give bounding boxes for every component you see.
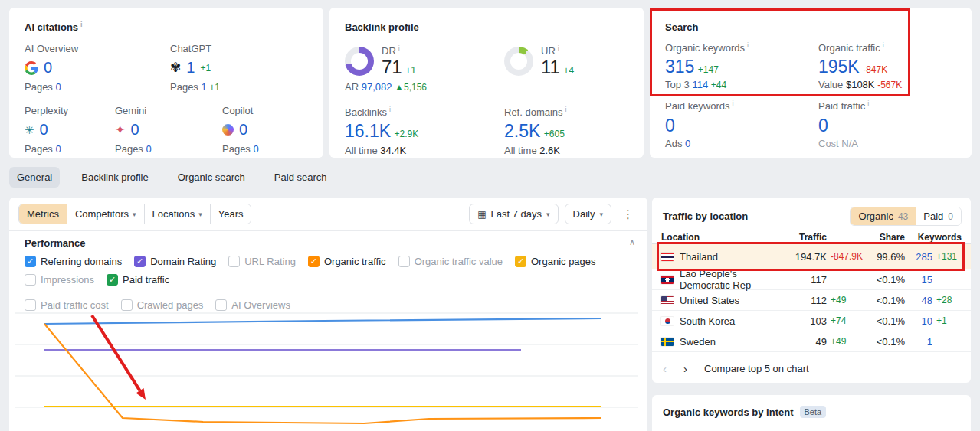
ur-column: URi 11 +4 Ref. domainsi 2.5K +605 All ti… <box>504 41 628 156</box>
table-row-united-states[interactable]: United States 112 +49 <0.1% 48 +28 <box>652 290 971 311</box>
ur-donut <box>504 47 533 76</box>
openai-icon: ✾ <box>170 61 181 74</box>
collapse-chevron-icon[interactable]: ∧ <box>629 237 635 247</box>
checkbox-icon: ✓ <box>515 256 526 267</box>
checkbox-impressions[interactable]: Impressions <box>25 274 94 286</box>
paid-keywords-value-link[interactable]: 0 <box>665 116 675 136</box>
granularity-dropdown[interactable]: Daily▾ <box>565 204 611 224</box>
checkbox-icon <box>228 256 240 267</box>
checkbox-paid-traffic[interactable]: ✓Paid traffic <box>107 274 169 286</box>
dr-column: DRi 71 +1 AR 97,082 ▲5,156 Backlinksi 16… <box>345 41 504 156</box>
years-button[interactable]: Years <box>210 204 251 224</box>
tab-backlink-profile[interactable]: Backlink profile <box>74 167 156 188</box>
ads-link[interactable]: 0 <box>685 138 690 149</box>
info-icon[interactable]: i <box>558 44 559 52</box>
info-icon[interactable]: i <box>747 41 749 49</box>
south-korea-flag-icon <box>661 317 674 325</box>
organic-traffic-metric: Organic traffici 195K -847K Value $108K … <box>818 41 956 149</box>
next-page-chevron-icon[interactable]: › <box>683 362 687 375</box>
toggle-paid[interactable]: Paid0 <box>916 207 961 225</box>
info-icon[interactable]: i <box>867 100 869 107</box>
checkbox-organic-traffic-value[interactable]: Organic traffic value <box>398 256 503 267</box>
paid-traffic-value-link[interactable]: 0 <box>818 116 828 136</box>
organic-keywords-metric: Organic keywordsi 315 +147 Top 3 114 +44… <box>665 41 818 149</box>
chevron-down-icon: ▾ <box>546 211 550 218</box>
keywords-link[interactable]: 10 <box>905 315 932 327</box>
sweden-flag-icon <box>661 338 674 346</box>
info-icon[interactable]: i <box>733 100 734 107</box>
traffic-by-location-title: Traffic by location <box>663 211 748 222</box>
calendar-icon: ▦ <box>477 210 486 219</box>
checkbox-organic-pages[interactable]: ✓Organic pages <box>515 256 596 267</box>
info-icon[interactable]: i <box>398 44 400 52</box>
organic-traffic-value-link[interactable]: 195K <box>818 57 860 77</box>
kebab-menu-icon[interactable]: ⋮ <box>618 207 638 221</box>
dr-value: 71 <box>382 57 402 77</box>
ai-overview-value: 0 <box>44 59 52 77</box>
keywords-link[interactable]: 15 <box>905 274 932 286</box>
ai-citations-title: AI citationsi <box>25 21 83 33</box>
tab-organic-search[interactable]: Organic search <box>170 167 253 188</box>
info-icon[interactable]: i <box>565 106 567 113</box>
beta-badge: Beta <box>800 406 827 418</box>
keywords-link[interactable]: 48 <box>905 295 932 306</box>
dr-donut <box>345 47 374 76</box>
backlink-profile-panel: Backlink profile DRi 71 +1 AR 97,082 ▲5,… <box>329 8 644 158</box>
checkbox-domain-rating[interactable]: ✓Domain Rating <box>134 256 216 267</box>
gemini-value: 0 <box>130 121 139 139</box>
pages-count-link[interactable]: 0 <box>56 143 61 155</box>
organic-keywords-value-link[interactable]: 315 <box>665 57 694 77</box>
ar-value-link[interactable]: 97,082 <box>362 81 392 93</box>
chatgpt-value: 1 <box>186 59 195 77</box>
chevron-down-icon: ▾ <box>198 211 202 218</box>
competitors-dropdown[interactable]: Competitors▾ <box>67 204 144 224</box>
pages-count-link[interactable]: 0 <box>254 143 259 155</box>
pages-count-link[interactable]: 0 <box>56 81 61 93</box>
keywords-link[interactable]: 1 <box>905 336 932 348</box>
ref-domains-metric: Ref. domainsi 2.5K +605 All time 2.6K <box>504 106 628 156</box>
table-row-south-korea[interactable]: South Korea 103 +74 <0.1% 10 +1 <box>652 311 971 331</box>
performance-chart[interactable] <box>9 295 647 431</box>
pages-count-link[interactable]: 1 <box>202 81 207 93</box>
location-table: Location Traffic Share Keywords Thailand… <box>652 231 971 352</box>
table-row-laos[interactable]: Lao People's Democratic Rep 117 <0.1% 15 <box>652 269 971 290</box>
checkbox-referring-domains[interactable]: ✓Referring domains <box>25 256 122 267</box>
copilot-icon <box>222 124 234 136</box>
info-icon[interactable]: i <box>389 106 391 113</box>
toggle-organic[interactable]: Organic43 <box>851 207 916 225</box>
divider <box>663 426 960 426</box>
checkbox-icon <box>398 256 410 267</box>
info-icon[interactable]: i <box>80 21 83 28</box>
tab-general[interactable]: General <box>9 167 60 188</box>
us-flag-icon <box>661 296 674 305</box>
locations-dropdown[interactable]: Locations▾ <box>144 204 210 224</box>
performance-title: Performance <box>25 237 85 249</box>
date-range-dropdown[interactable]: ▦Last 7 days▾ <box>469 204 558 224</box>
filter-bar: Metrics Competitors▾ Locations▾ Years ▦L… <box>18 204 638 224</box>
keywords-by-intent-panel: Organic keywords by intent Beta <box>652 395 971 431</box>
info-icon[interactable]: i <box>883 41 884 49</box>
pages-count-link[interactable]: 0 <box>146 143 152 155</box>
search-panel: Search Organic keywordsi 315 +147 Top 3 … <box>650 8 972 158</box>
chevron-down-icon: ▾ <box>599 211 603 218</box>
compare-top5-link[interactable]: Compare top 5 on chart <box>704 363 809 374</box>
tab-paid-search[interactable]: Paid search <box>267 167 335 188</box>
prev-page-chevron-icon[interactable]: ‹ <box>663 362 667 375</box>
filter-group: Metrics Competitors▾ Locations▾ Years <box>18 204 251 224</box>
keywords-by-intent-title: Organic keywords by intent <box>663 407 794 418</box>
keywords-link[interactable]: 285 <box>905 251 932 263</box>
checkbox-icon: ✓ <box>134 256 146 267</box>
ref-domains-value-link[interactable]: 2.5K <box>504 121 540 142</box>
ai-card-chatgpt: ChatGPT ✾ 1 +1 Pages 1 +1 <box>170 43 308 93</box>
copilot-value: 0 <box>239 121 247 139</box>
dashboard: AI citationsi AI Overview 0 Pages 0 Chat… <box>0 0 980 431</box>
metrics-button[interactable]: Metrics <box>19 204 67 224</box>
perplexity-value: 0 <box>40 121 48 139</box>
top3-link[interactable]: 114 <box>692 79 708 90</box>
checkbox-organic-traffic[interactable]: ✓Organic traffic <box>308 256 386 267</box>
checkbox-url-rating[interactable]: URL Rating <box>228 256 296 267</box>
table-row-thailand[interactable]: Thailand 194.7K -847.9K 99.6% 285 +131 <box>652 244 971 269</box>
backlinks-value-link[interactable]: 16.1K <box>345 121 391 142</box>
table-row-sweden[interactable]: Sweden 49 +49 <0.1% 1 <box>652 331 971 352</box>
ai-card-gemini: Gemini ✦ 0 Pages 0 <box>115 105 222 155</box>
